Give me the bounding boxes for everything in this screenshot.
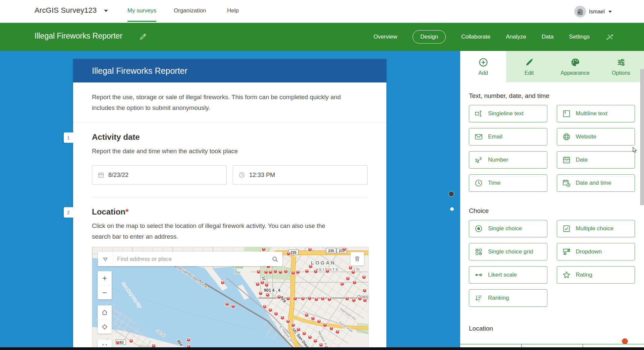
- edit-title-pencil-icon[interactable]: [139, 32, 148, 41]
- singleline-text-icon: [474, 109, 483, 118]
- field-likert-scale[interactable]: Likert scale: [469, 266, 547, 284]
- sidebar-scrollbar[interactable]: [640, 69, 644, 205]
- svg-text:235: 235: [290, 250, 297, 254]
- sidebar-tab-label: Options: [612, 70, 630, 76]
- user-name: Ismael: [589, 9, 605, 15]
- sidebar-tab-label: Add: [478, 70, 488, 76]
- tab-settings[interactable]: Settings: [569, 34, 590, 40]
- map-nav-controls: [98, 305, 112, 334]
- field-rating[interactable]: Rating: [557, 266, 635, 284]
- field-single-choice[interactable]: Single choice: [469, 220, 547, 237]
- user-menu[interactable]: Ismael: [574, 6, 612, 17]
- field-single-choice-grid[interactable]: Single choice grid: [469, 243, 547, 260]
- nav-organization[interactable]: Organization: [174, 7, 206, 14]
- field-multiple-choice[interactable]: Multiple choice: [557, 220, 635, 237]
- field-multiline-text[interactable]: Multiline text: [557, 105, 635, 122]
- sidebar-tab-add[interactable]: Add: [460, 51, 506, 82]
- field-website[interactable]: Website: [557, 128, 635, 145]
- zoom-in-button[interactable]: +: [98, 271, 112, 285]
- search-source-dropdown[interactable]: [98, 252, 113, 266]
- app-brand[interactable]: ArcGIS Survey123: [35, 6, 108, 15]
- ranking-icon: [474, 294, 483, 302]
- date-input[interactable]: 8/23/22: [92, 165, 227, 185]
- svg-text:901 4 . 4: 901 4 . 4: [264, 288, 280, 293]
- field-ranking[interactable]: Ranking: [469, 289, 547, 307]
- question-description: Click on the map to select the location …: [92, 221, 340, 242]
- survey-title: Illegal Fireworks Reporter: [35, 32, 122, 41]
- tab-design[interactable]: Design: [413, 30, 446, 44]
- field-dropdown[interactable]: Dropdown: [557, 243, 635, 260]
- sidebar-tab-options[interactable]: Options: [598, 51, 644, 82]
- tab-analyze[interactable]: Analyze: [506, 34, 526, 40]
- section-title: Choice: [469, 207, 635, 215]
- locate-button[interactable]: [98, 319, 112, 334]
- star-icon: [562, 271, 571, 279]
- field-email[interactable]: Email: [469, 128, 547, 145]
- question-location[interactable]: 2 Location* Click on the map to select t…: [73, 198, 386, 350]
- calendar-icon: [562, 156, 571, 164]
- svg-text:3: 3: [479, 157, 481, 161]
- tab-overview[interactable]: Overview: [373, 34, 397, 40]
- location-map[interactable]: Sycuan Green LineLOGANHEIGHTSJ StOrangeL…: [92, 247, 369, 350]
- form-description[interactable]: Report the use, storage or sale of illeg…: [73, 82, 386, 122]
- form-header: Illegal Fireworks Reporter: [73, 59, 386, 82]
- calendar-clock-icon: [562, 179, 571, 187]
- form-title[interactable]: Illegal Fireworks Reporter: [73, 59, 386, 82]
- recording-dot-dark: [448, 191, 454, 197]
- sidebar-tab-appearance[interactable]: Appearance: [552, 51, 598, 82]
- field-time[interactable]: Time: [469, 174, 547, 192]
- tab-collaborate[interactable]: Collaborate: [461, 34, 490, 40]
- survey-tabs: Overview Design Collaborate Analyze Data…: [373, 23, 615, 51]
- time-value: 12:33 PM: [249, 172, 275, 179]
- field-date-and-time[interactable]: Date and time: [557, 174, 635, 192]
- email-icon: [474, 132, 483, 141]
- checkbox-icon: [562, 224, 571, 233]
- add-circle-icon: [478, 57, 488, 67]
- publish-notification-dot: [622, 338, 628, 344]
- date-value: 8/23/22: [108, 172, 128, 179]
- top-navbar: ArcGIS Survey123 My surveys Organization…: [0, 0, 644, 23]
- survey-form-preview: Illegal Fireworks Reporter Report the us…: [73, 59, 386, 350]
- chevron-down-icon: [608, 11, 612, 13]
- question-title: Location*: [92, 207, 368, 217]
- clear-location-button[interactable]: [351, 252, 364, 266]
- clock-icon: [474, 179, 483, 187]
- svg-text:235: 235: [328, 249, 334, 253]
- sidebar-tab-edit[interactable]: Edit: [506, 51, 552, 82]
- sidebar-tab-label: Appearance: [560, 70, 589, 76]
- section-title: Location: [469, 325, 635, 332]
- home-button[interactable]: [98, 305, 112, 319]
- search-input[interactable]: [113, 252, 267, 266]
- taskbar-edge: [0, 347, 644, 350]
- globe-icon: [562, 132, 571, 141]
- palette-icon: [570, 57, 580, 67]
- tab-data[interactable]: Data: [542, 34, 554, 40]
- number-123-icon: 123: [474, 156, 483, 164]
- nav-my-surveys[interactable]: My surveys: [127, 7, 156, 14]
- zoom-out-button[interactable]: −: [98, 285, 112, 299]
- field-number[interactable]: 123 Number: [469, 151, 547, 169]
- field-date[interactable]: Date: [557, 151, 635, 169]
- radio-grid-icon: [474, 247, 483, 256]
- avatar: [574, 6, 586, 17]
- calendar-icon: [98, 172, 104, 178]
- survey-header-bar: Illegal Fireworks Reporter Overview Desi…: [0, 23, 644, 51]
- radio-icon: [474, 224, 483, 233]
- recording-dot-white: [450, 207, 454, 211]
- field-singleline-text[interactable]: Singleline text: [469, 105, 547, 122]
- sidebar-tab-label: Edit: [525, 70, 534, 76]
- section-title: Text, number, date, and time: [469, 92, 635, 100]
- pencil-icon: [524, 57, 534, 67]
- map-search-bar: [98, 252, 282, 266]
- search-icon[interactable]: [267, 252, 282, 266]
- app-brand-label: ArcGIS Survey123: [35, 6, 97, 14]
- svg-text:LOGAN: LOGAN: [311, 260, 336, 266]
- multiline-text-icon: [562, 109, 571, 118]
- question-activity-date[interactable]: 1 Activity date Report the date and time…: [73, 122, 386, 198]
- question-title: Activity date: [92, 132, 368, 142]
- unlink-icon[interactable]: [605, 32, 615, 42]
- sidebar-tabs: Add Edit Appearance Options: [460, 51, 644, 82]
- nav-help[interactable]: Help: [227, 7, 239, 14]
- trash-icon: [354, 255, 361, 262]
- time-input[interactable]: 12:33 PM: [233, 165, 368, 185]
